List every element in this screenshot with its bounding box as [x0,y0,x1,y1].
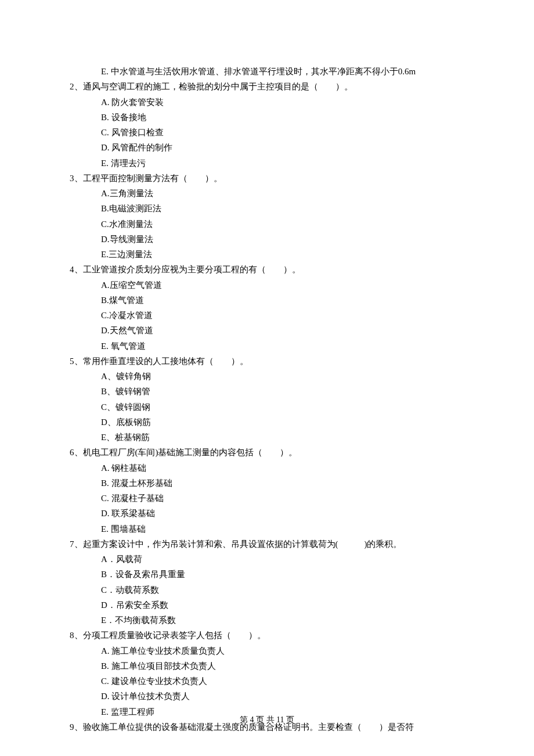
option-line: E.三边测量法 [101,247,464,262]
question-stem: 2、通风与空调工程的施工，检验批的划分中属于主控项目的是（ ）。 [70,79,464,94]
question-stem: 3、工程平面控制测量方法有（ ）。 [70,171,464,186]
option-line: C、镀锌圆钢 [101,399,464,415]
option-line: A. 施工单位专业技术质量负责人 [101,643,464,658]
option-line: D.天然气管道 [101,323,464,338]
option-line: C. 建设单位专业技术负责人 [101,674,464,689]
option-line: C. 混凝柱子基础 [101,491,464,506]
option-line: D. 设计单位技术负责人 [101,689,464,704]
option-line: B. 混凝土杯形基础 [101,476,464,491]
question-stem: 6、机电工程厂房(车间)基础施工测量的内容包括（ ）。 [70,445,464,460]
option-line: B．设备及索吊具重量 [101,567,464,582]
option-line: E. 中水管道与生活饮用水管道、排水管道平行埋设时，其水平净距离不得小于0.6m [101,64,464,79]
question-stem: 7、起重方案设计中，作为吊装计算和索、吊具设置依据的计算载荷为( )的乘积。 [70,537,464,552]
question-stem: 4、工业管道按介质划分应视为主要分项工程的有（ ）。 [70,262,464,277]
option-line: D．吊索安全系数 [101,597,464,613]
option-line: C．动载荷系数 [101,582,464,597]
option-line: D. 联系梁基础 [101,506,464,521]
question-stem: 5、常用作垂直埋设的人工接地体有（ ）。 [70,354,464,369]
option-line: B、镀锌钢管 [101,384,464,399]
option-line: B.电磁波测距法 [101,201,464,216]
option-line: A. 钢柱基础 [101,460,464,476]
option-line: E、桩基钢筋 [101,430,464,445]
option-line: A. 防火套管安装 [101,95,464,110]
option-line: E. 氧气管道 [101,339,464,354]
page-footer: 第 4 页 共 11 页 [0,713,534,728]
option-line: B. 施工单位项目部技术负责人 [101,658,464,674]
option-line: A.压缩空气管道 [101,278,464,293]
option-line: A、镀锌角钢 [101,369,464,384]
document-body: E. 中水管道与生活饮用水管道、排水管道平行埋设时，其水平净距离不得小于0.6m… [70,64,464,735]
option-line: D、底板钢筋 [101,415,464,430]
option-line: A．风载荷 [101,552,464,567]
question-stem: 8、分项工程质量验收记录表签字人包括（ ）。 [70,628,464,643]
option-line: E. 围墙基础 [101,521,464,537]
option-line: B.煤气管道 [101,293,464,308]
option-line: A.三角测量法 [101,186,464,201]
option-line: B. 设备接地 [101,110,464,125]
option-line: C.冷凝水管道 [101,308,464,323]
option-line: D. 风管配件的制作 [101,140,464,155]
option-line: C. 风管接口检查 [101,125,464,140]
option-line: C.水准测量法 [101,217,464,232]
questions-container: 2、通风与空调工程的施工，检验批的划分中属于主控项目的是（ ）。A. 防火套管安… [70,79,464,735]
option-line: D.导线测量法 [101,232,464,247]
option-line: E．不均衡载荷系数 [101,613,464,628]
option-line: E. 清理去污 [101,156,464,171]
